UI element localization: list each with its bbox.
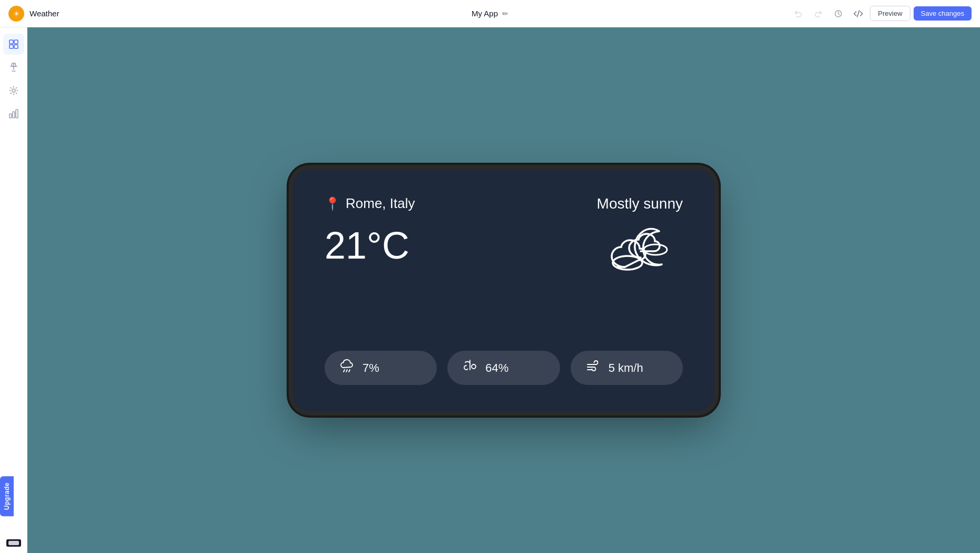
redo-button[interactable] (810, 5, 827, 22)
sidebar-item-pin[interactable] (3, 57, 24, 78)
weather-top: 📍 Rome, Italy 21°C Mostly sunny (325, 195, 683, 273)
history-button[interactable] (830, 5, 847, 22)
app-title: My App (472, 9, 498, 18)
svg-point-10 (613, 256, 642, 270)
svg-rect-2 (14, 40, 18, 44)
main-area: Upgrade 📍 Rome, Italy 21°C Mostly sunn (0, 27, 980, 553)
wind-icon (585, 358, 601, 378)
weather-right: Mostly sunny (597, 195, 683, 273)
humidity-icon (462, 358, 478, 378)
svg-point-6 (12, 89, 15, 92)
weather-condition-icon (609, 221, 683, 273)
location-text: Rome, Italy (346, 195, 415, 212)
sidebar-item-grid[interactable] (3, 34, 24, 55)
undo-button[interactable] (790, 5, 807, 22)
humidity-stat-pill: 64% (447, 351, 560, 385)
location-pin-icon: 📍 (325, 196, 340, 211)
weather-left: 📍 Rome, Italy 21°C (325, 195, 415, 264)
humidity-value: 64% (485, 361, 508, 375)
condition-text: Mostly sunny (597, 195, 683, 212)
topbar: ☀ Weather My App ✏ (0, 0, 980, 27)
sidebar-item-chart[interactable] (3, 103, 24, 124)
weather-bottom: 7% 64% (325, 351, 683, 385)
topbar-center: My App ✏ (472, 9, 508, 18)
svg-rect-1 (9, 40, 13, 44)
sidebar-item-settings[interactable] (3, 80, 24, 101)
svg-point-11 (644, 244, 667, 255)
save-button[interactable]: Save changes (914, 6, 972, 21)
sidebar: Upgrade (0, 27, 27, 553)
svg-rect-9 (16, 110, 18, 118)
svg-rect-4 (14, 45, 18, 48)
edit-title-icon[interactable]: ✏ (502, 9, 508, 18)
svg-rect-8 (13, 112, 15, 118)
upgrade-button[interactable]: Upgrade (0, 476, 14, 516)
svg-rect-3 (9, 45, 13, 48)
sidebar-footer (6, 539, 21, 547)
wind-stat-pill: 5 km/h (571, 351, 683, 385)
rain-stat-pill: 7% (325, 351, 437, 385)
rain-icon (339, 358, 355, 378)
logo-emoji: ☀ (13, 9, 20, 18)
app-logo: ☀ (8, 6, 24, 22)
topbar-left: ☀ Weather (8, 6, 59, 22)
rain-value: 7% (362, 361, 379, 375)
temperature-display: 21°C (325, 226, 415, 264)
topbar-right: Preview Save changes (790, 5, 972, 22)
wind-value: 5 km/h (609, 361, 643, 375)
device-frame: 📍 Rome, Italy 21°C Mostly sunny (293, 169, 714, 411)
code-button[interactable] (850, 5, 867, 22)
location-row: 📍 Rome, Italy (325, 195, 415, 212)
app-name-label: Weather (30, 9, 59, 18)
canvas-area: 📍 Rome, Italy 21°C Mostly sunny (27, 27, 980, 553)
preview-button[interactable]: Preview (870, 6, 910, 21)
svg-rect-7 (9, 114, 12, 118)
